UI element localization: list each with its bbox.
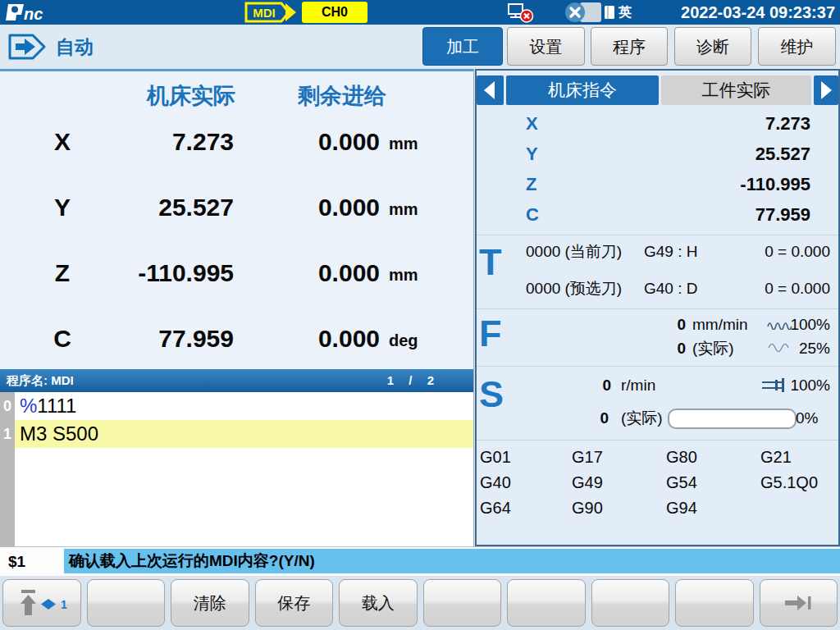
spindle-unit: r/min	[621, 373, 655, 397]
page-current: 1	[387, 373, 394, 387]
datetime-display: 2022-03-24 09:23:37	[681, 0, 835, 25]
command-row-z: Z -110.995	[475, 169, 840, 199]
prompt-message: 确认载入上次运行的MDI内容?(Y/N)	[64, 549, 840, 573]
program-header: 程序名: MDI 1 / 2	[0, 369, 473, 392]
softkey-save[interactable]: 保存	[255, 579, 334, 627]
section-divider	[477, 440, 838, 441]
prev-view-button[interactable]	[477, 75, 504, 105]
axis-name: Y	[43, 175, 82, 240]
page-next-icon	[780, 592, 816, 614]
tab-program[interactable]: 程序	[591, 27, 668, 66]
network-error-icon	[507, 2, 535, 23]
feed-label: (实际)	[692, 336, 734, 360]
softkey-empty-1[interactable]	[87, 579, 166, 627]
line-number: 0	[0, 392, 15, 420]
feed-override-percent: 100%	[790, 313, 830, 336]
chevron-left-icon	[477, 75, 504, 105]
language-indicator[interactable]: 英	[619, 0, 632, 25]
tool-compensation: G49 : H	[644, 238, 697, 265]
program-panel: 程序名: MDI 1 / 2 0 %1111 1 M3 S500	[0, 369, 474, 546]
axis-unit: mm	[389, 175, 418, 244]
axis-unit: mm	[389, 240, 418, 309]
spindle-load-percent: 0%	[796, 406, 818, 430]
command-row-c: C 77.959	[475, 199, 840, 230]
tool-offset-value: 0 = 0.000	[765, 275, 830, 302]
axis-value: 25.527	[756, 139, 810, 169]
softkey-label: 保存	[277, 592, 310, 614]
command-row-y: Y 25.527	[475, 139, 840, 169]
column-header-machine-actual: 机床实际	[130, 81, 253, 109]
gcode: G40	[480, 470, 511, 495]
axis-actual-value: 77.959	[158, 306, 234, 372]
spindle-value: 0	[602, 373, 611, 397]
softkey-label: 载入	[362, 592, 395, 614]
spindle-override-percent: 100%	[790, 373, 830, 397]
gcode: G90	[572, 495, 603, 520]
status-panel: 机床指令 工件实际 X 7.273 Y 25.527 Z -110.995 C …	[475, 69, 840, 546]
tool-number: 0000 (预选刀)	[526, 275, 622, 302]
softkey-clear[interactable]: 清除	[171, 579, 249, 627]
softkey-empty-3[interactable]	[507, 579, 586, 627]
tab-diagnosis[interactable]: 诊断	[674, 27, 751, 66]
spindle-override-icon	[760, 377, 788, 393]
axis-actual-value: -110.995	[138, 240, 234, 306]
command-row-x: X 7.273	[475, 108, 840, 139]
page-separator: /	[409, 373, 412, 387]
axis-name: X	[43, 109, 82, 175]
softkey-empty-2[interactable]	[423, 579, 502, 627]
rapid-override-icon	[767, 318, 793, 330]
spindle-row-actual: 0 (实际) 0%	[475, 406, 840, 430]
axis-name: Z	[43, 240, 82, 306]
page-top-icon: 1	[16, 586, 68, 620]
axis-unit: mm	[389, 109, 418, 178]
position-row-c: C 77.959 0.000 deg	[0, 306, 474, 372]
feed-row-actual: 0 (实际) 25%	[475, 336, 840, 360]
next-view-button[interactable]	[814, 75, 838, 105]
page-total: 2	[427, 373, 434, 387]
gcode: G17	[572, 445, 603, 469]
column-header-remaining-feed: 剩余进给	[281, 81, 404, 109]
spindle-load-progressbar	[668, 409, 797, 429]
gcode: G80	[666, 445, 697, 469]
softkey-empty-4[interactable]	[591, 579, 670, 627]
gcode: G54	[666, 470, 697, 495]
feed-row-command: 0 mm/min 100%	[475, 313, 840, 336]
softkey-page-next[interactable]	[760, 579, 838, 627]
softkey-load[interactable]: 载入	[339, 579, 418, 627]
feed-value: 0	[677, 336, 686, 360]
tab-workpiece-actual[interactable]: 工件实际	[661, 75, 811, 105]
tab-maintenance[interactable]: 维护	[758, 27, 836, 66]
tab-settings[interactable]: 设置	[507, 27, 585, 66]
gcode: G5.1Q0	[760, 470, 818, 495]
gcode: G94	[666, 495, 697, 520]
program-name: 程序名: MDI	[7, 369, 74, 392]
hnc-logo-icon: nc	[5, 2, 59, 23]
top-status-bar: nc MDI CH0 英 2022-03-24 09:23:37	[0, 0, 840, 25]
position-row-y: Y 25.527 0.000 mm	[0, 175, 474, 240]
spindle-label: (实际)	[621, 406, 663, 430]
message-bar: $1 确认载入上次运行的MDI内容?(Y/N)	[0, 546, 840, 576]
tool-offset-value: 0 = 0.000	[765, 238, 830, 265]
svg-text:1: 1	[61, 598, 67, 611]
tab-machine-command[interactable]: 机床指令	[506, 75, 659, 105]
softkey-bar: 1 清除 保存 载入	[0, 576, 840, 630]
axis-remaining-value: 0.000	[318, 109, 380, 175]
softkey-empty-5[interactable]	[675, 579, 754, 627]
line-number: 1	[0, 420, 15, 448]
axis-name: C	[526, 199, 539, 230]
axis-value: -110.995	[740, 169, 810, 199]
softkey-page-top[interactable]: 1	[2, 579, 81, 627]
mdi-mode-badge: MDI	[244, 1, 302, 24]
channel-badge: CH0	[302, 2, 368, 23]
program-line[interactable]: 0 %1111	[0, 392, 473, 420]
spindle-row-command: 0 r/min 100%	[475, 373, 840, 397]
feed-value: 0	[677, 313, 686, 336]
status-disabled-icon	[564, 2, 604, 23]
tab-machining[interactable]: 加工	[422, 27, 503, 66]
program-line-highlighted[interactable]: 1 M3 S500	[0, 420, 473, 448]
auto-mode-icon	[8, 33, 48, 61]
gcode: G64	[480, 495, 511, 520]
percent-prefix: %	[20, 395, 37, 417]
axis-remaining-value: 0.000	[318, 175, 380, 240]
svg-text:MDI: MDI	[253, 6, 276, 20]
